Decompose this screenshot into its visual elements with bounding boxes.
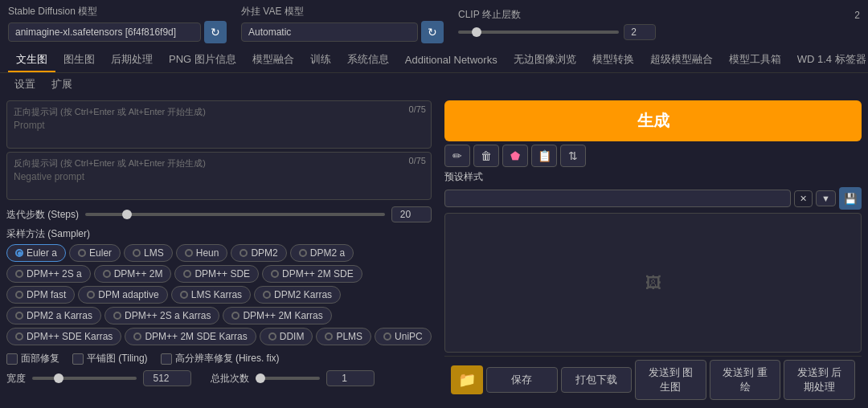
action-pencil-button[interactable]: ✏ bbox=[444, 145, 470, 167]
radio-dpmadaptive bbox=[87, 291, 95, 299]
sampler-dpmadaptive[interactable]: DPM adaptive bbox=[78, 286, 167, 304]
sampler-dpm2a[interactable]: DPM2 a bbox=[290, 244, 354, 262]
left-panel: 正向提示词 (按 Ctrl+Enter 或 Alt+Enter 开始生成) Pr… bbox=[0, 96, 438, 408]
pack-download-button[interactable]: 打包下载 bbox=[561, 367, 633, 393]
positive-prompt-textarea[interactable] bbox=[7, 101, 431, 148]
clip-input[interactable] bbox=[624, 24, 656, 40]
width-input[interactable] bbox=[143, 370, 191, 386]
radio-unipc bbox=[383, 333, 391, 341]
action-send-button[interactable]: ⇅ bbox=[560, 145, 586, 167]
radio-dpmpp2msde bbox=[271, 270, 279, 278]
action-clipboard-button[interactable]: 📋 bbox=[531, 145, 557, 167]
preset-clear-button[interactable]: ✕ bbox=[794, 190, 813, 207]
tab-additional-networks[interactable]: Additional Networks bbox=[397, 50, 506, 71]
sampler-dpmpp2msdekarras[interactable]: DPM++ 2M SDE Karras bbox=[125, 328, 256, 345]
sampler-heun[interactable]: Heun bbox=[176, 244, 228, 262]
checkbox-hires[interactable]: 高分辨率修复 (Hires. fix) bbox=[161, 352, 280, 365]
preset-input-field[interactable] bbox=[444, 190, 791, 207]
dimensions-row: 宽度 总批次数 bbox=[6, 370, 432, 386]
app-container: Stable Diffusion 模型 animagine-xl.safeten… bbox=[0, 0, 868, 408]
clip-slider-row bbox=[458, 24, 860, 40]
sampler-dpmpp2sa[interactable]: DPM++ 2S a bbox=[6, 265, 91, 283]
checkbox-face-restore[interactable]: 面部修复 bbox=[6, 352, 59, 365]
radio-dpmfast bbox=[15, 291, 23, 299]
model-dropdown[interactable]: animagine-xl.safetensors [6f4f816f9d] bbox=[8, 22, 201, 42]
clip-slider[interactable] bbox=[458, 31, 619, 34]
model-label: Stable Diffusion 模型 bbox=[8, 5, 227, 18]
negative-prompt-textarea[interactable] bbox=[7, 153, 431, 199]
generate-button[interactable]: 生成 bbox=[444, 100, 862, 141]
send-postprocess-button[interactable]: 发送到 后期处理 bbox=[784, 360, 855, 400]
batch-input[interactable] bbox=[326, 370, 375, 386]
sampler-dpmpp2mkarras[interactable]: DPM++ 2M Karras bbox=[223, 307, 331, 324]
radio-euler-a bbox=[15, 249, 23, 257]
sampler-dpmppsdekkaras[interactable]: DPM++ SDE Karras bbox=[6, 328, 121, 345]
save-button[interactable]: 保存 bbox=[486, 367, 558, 393]
checkbox-hires-label: 高分辨率修复 (Hires. fix) bbox=[175, 352, 280, 365]
tab-wd-tagger[interactable]: WD 1.4 标签器 bbox=[789, 48, 868, 72]
tab-model-toolkit[interactable]: 模型工具箱 bbox=[721, 48, 789, 72]
sampler-lms[interactable]: LMS bbox=[124, 244, 173, 262]
radio-dpm2a bbox=[299, 249, 307, 257]
action-pink-button[interactable]: ⬟ bbox=[502, 145, 528, 167]
tab-png-info[interactable]: PNG 图片信息 bbox=[161, 48, 244, 72]
tab-train[interactable]: 训练 bbox=[302, 48, 339, 72]
batch-label: 总批次数 bbox=[211, 372, 249, 386]
sub-tab-settings[interactable]: 设置 bbox=[8, 75, 42, 94]
sampler-lmskarras[interactable]: LMS Karras bbox=[171, 286, 251, 304]
model-select-row: animagine-xl.safetensors [6f4f816f9d] ↻ bbox=[8, 21, 227, 43]
preset-save-button[interactable]: 💾 bbox=[839, 187, 862, 210]
negative-prompt-box: 反向提示词 (按 Ctrl+Enter 或 Alt+Enter 开始生成) Ne… bbox=[6, 152, 432, 200]
sampler-euler-a[interactable]: Euler a bbox=[6, 244, 66, 262]
sampler-dpmpp2m[interactable]: DPM++ 2M bbox=[94, 265, 172, 283]
batch-slider[interactable] bbox=[256, 377, 320, 380]
tab-model-convert[interactable]: 模型转换 bbox=[584, 48, 642, 72]
steps-input[interactable]: 20 bbox=[391, 206, 432, 222]
radio-dpmpp2sa bbox=[15, 270, 23, 278]
vae-dropdown[interactable]: Automatic bbox=[241, 22, 418, 42]
vae-section: 外挂 VAE 模型 Automatic ↻ bbox=[241, 5, 444, 43]
checkbox-tiling[interactable]: 平铺图 (Tiling) bbox=[72, 352, 148, 365]
radio-dpmpp2m bbox=[103, 270, 111, 278]
tab-infinite-browse[interactable]: 无边图像浏览 bbox=[506, 48, 584, 72]
tab-sysinfo[interactable]: 系统信息 bbox=[339, 48, 397, 72]
checkboxes-row: 面部修复 平铺图 (Tiling) 高分辨率修复 (Hires. fix) bbox=[6, 352, 432, 365]
send-repaint-button[interactable]: 发送到 重绘 bbox=[710, 360, 781, 400]
tab-extras[interactable]: 后期处理 bbox=[103, 48, 161, 72]
sampler-dpmfast[interactable]: DPM fast bbox=[6, 286, 75, 304]
checkbox-tiling-box bbox=[72, 353, 84, 365]
action-trash-button[interactable]: 🗑 bbox=[473, 145, 499, 167]
tab-super-merge[interactable]: 超级模型融合 bbox=[642, 48, 721, 72]
sampler-ddim[interactable]: DDIM bbox=[260, 328, 313, 345]
vae-label: 外挂 VAE 模型 bbox=[241, 5, 444, 18]
sampler-dpm2akarras[interactable]: DPM2 a Karras bbox=[6, 307, 101, 324]
sub-tab-extensions[interactable]: 扩展 bbox=[45, 75, 79, 94]
sampler-dpmpp2sakarras[interactable]: DPM++ 2S a Karras bbox=[104, 307, 219, 324]
sampler-dpmppsde[interactable]: DPM++ SDE bbox=[174, 265, 259, 283]
radio-dpm2akarras bbox=[15, 312, 23, 320]
radio-dpmppsdekkaras bbox=[15, 333, 23, 341]
tab-img2img[interactable]: 图生图 bbox=[55, 48, 103, 72]
radio-lms bbox=[133, 249, 141, 257]
steps-slider[interactable] bbox=[85, 213, 385, 216]
tab-merge[interactable]: 模型融合 bbox=[244, 48, 302, 72]
positive-prompt-box: 正向提示词 (按 Ctrl+Enter 或 Alt+Enter 开始生成) Pr… bbox=[6, 100, 432, 149]
preset-dropdown-button[interactable]: ▼ bbox=[816, 190, 836, 206]
vae-refresh-button[interactable]: ↻ bbox=[421, 21, 444, 43]
checkbox-face-restore-label: 面部修复 bbox=[21, 352, 59, 365]
sampler-euler[interactable]: Euler bbox=[69, 244, 121, 262]
model-section: Stable Diffusion 模型 animagine-xl.safeten… bbox=[8, 5, 227, 43]
sampler-unipc[interactable]: UniPC bbox=[375, 328, 432, 345]
width-slider[interactable] bbox=[32, 377, 137, 380]
folder-button[interactable]: 📁 bbox=[451, 365, 483, 394]
model-refresh-button[interactable]: ↻ bbox=[204, 21, 227, 43]
preset-input-row: ✕ ▼ 💾 bbox=[444, 187, 862, 210]
tab-txt2img[interactable]: 文生图 bbox=[8, 48, 55, 72]
preset-save-icon: 💾 bbox=[844, 193, 858, 205]
sampler-dpmpp2msde[interactable]: DPM++ 2M SDE bbox=[262, 265, 362, 283]
sampler-dpm2[interactable]: DPM2 bbox=[231, 244, 286, 262]
sampler-plms[interactable]: PLMS bbox=[316, 328, 371, 345]
send-canvas-button[interactable]: 发送到 图生图 bbox=[635, 360, 706, 400]
sampler-dpm2karras[interactable]: DPM2 Karras bbox=[254, 286, 341, 304]
checkbox-hires-box bbox=[161, 353, 172, 365]
